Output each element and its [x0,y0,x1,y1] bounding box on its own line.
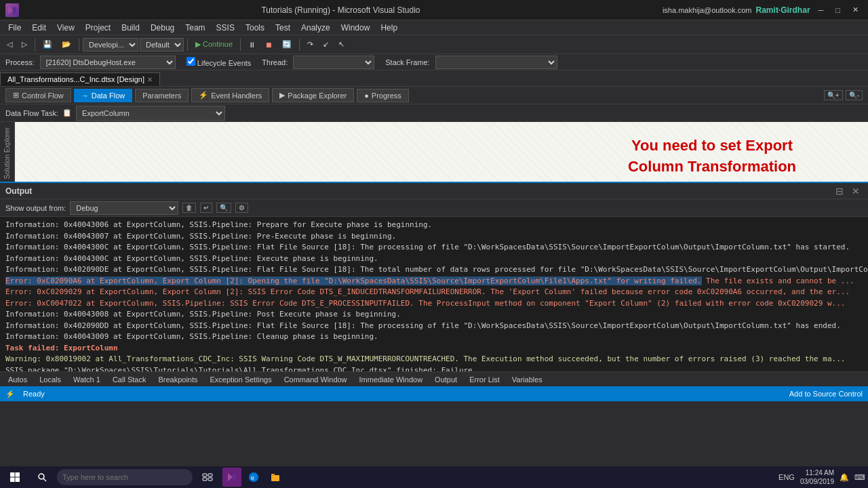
svg-rect-23 [208,478,212,481]
toolbar-restart[interactable]: 🔄 [278,39,296,50]
status-right: Add to Source Control [789,390,863,398]
taskbar-task-view[interactable] [195,468,220,487]
svg-rect-16 [10,478,15,483]
tab-event-handlers[interactable]: ⚡ Event Handlers [191,88,269,102]
toolbar-continue[interactable]: ▶ Continue [191,39,237,50]
stack-frame-select[interactable] [435,56,557,69]
menu-debug[interactable]: Debug [145,22,180,34]
toolbar-pause[interactable]: ⏸ [244,39,260,50]
tab-progress[interactable]: ● Progress [357,89,409,102]
menu-tools[interactable]: Tools [240,22,270,34]
status-left: ⚡ Ready [5,390,45,399]
taskbar-search[interactable] [30,468,54,487]
output-settings[interactable]: ⚙ [235,203,248,213]
toolbar-back[interactable]: ◁ [3,39,16,50]
solution-explorer-label[interactable]: Solution Explorer [2,125,12,182]
output-close[interactable]: ✕ [849,186,863,197]
wf-zoom-out[interactable]: 🔍- [846,90,863,100]
menu-test[interactable]: Test [270,22,296,34]
tab-data-flow[interactable]: → Data Flow [74,89,133,102]
data-flow-icon: → [81,92,89,100]
menu-team[interactable]: Team [180,22,210,34]
close-btn[interactable]: ✕ [848,5,863,14]
tab-error-list[interactable]: Error List [464,374,505,385]
tab-output[interactable]: Output [429,374,462,385]
output-clear[interactable]: 🗑 [182,203,196,213]
tab-parameters[interactable]: Parameters [135,89,189,102]
dft-icon: 📋 [62,108,72,117]
taskbar-windows[interactable] [3,468,27,487]
tab-variables[interactable]: Variables [507,374,548,385]
toolbar-step-out[interactable]: ↖ [334,39,349,50]
tab-watch1[interactable]: Watch 1 [68,374,106,385]
tab-locals[interactable]: Locals [34,374,66,385]
menu-ssis[interactable]: SSIS [211,22,240,34]
tab-autos[interactable]: Autos [3,374,33,385]
toolbar-step-into[interactable]: ↙ [319,39,333,50]
event-handlers-icon: ⚡ [199,91,208,100]
svg-rect-15 [16,472,20,477]
toolbar-forward[interactable]: ▷ [18,39,31,50]
tab-command-window[interactable]: Command Window [279,374,353,385]
toolbar-sep2 [79,39,79,51]
output-line-14: SSIS package "D:\WorkSpaces\SSIS\Tutoria… [5,365,863,372]
status-bar: ⚡ Ready Add to Source Control [0,386,868,401]
taskbar-notification[interactable]: 🔔 [840,473,849,482]
output-undock[interactable]: ⊟ [833,186,846,197]
toolbar-save[interactable]: 💾 [39,39,56,50]
svg-marker-1 [13,6,16,14]
vs-logo [5,3,19,17]
output-find[interactable]: 🔍 [216,203,231,213]
toolbar: ◁ ▷ 💾 📂 Developi... Default ▶ Continue ⏸… [0,35,868,54]
tab-immediate-window[interactable]: Immediate Window [354,374,429,385]
package-explorer-icon: ▶ [279,91,285,100]
svg-line-19 [43,479,46,481]
tab-control-flow[interactable]: ⊞ Control Flow [5,88,71,102]
svg-rect-21 [208,474,212,476]
wf-zoom-in[interactable]: 🔍+ [824,90,843,100]
maximize-btn[interactable]: □ [831,6,844,14]
menu-view[interactable]: View [52,22,80,34]
svg-rect-29 [271,474,275,476]
taskbar-keyboard[interactable]: ⌨ [854,473,865,482]
menu-window[interactable]: Window [336,22,376,34]
svg-marker-25 [233,473,236,481]
tab-call-stack[interactable]: Call Stack [107,374,152,385]
title-right: isha.makhija@outlook.com Ramit·Girdhar ─… [663,5,863,15]
dft-select[interactable]: ExportColumn [76,106,225,121]
taskbar: e ENG 11:24 AM 03/09/2019 🔔 ⌨ [0,466,868,488]
tab-package-explorer[interactable]: ▶ Package Explorer [272,88,354,102]
toolbar-stop[interactable]: ⏹ [261,39,277,50]
output-toolbar: Show output from: Debug 🗑 ↵ 🔍 ⚙ [0,199,868,217]
add-source-control[interactable]: Add to Source Control [789,390,863,398]
taskbar-explorer-icon[interactable] [266,468,285,487]
menu-help[interactable]: Help [375,22,403,34]
wf-tabs: ⊞ Control Flow → Data Flow Parameters ⚡ … [0,87,868,104]
process-select[interactable]: [21620] DtsDebugHost.exe [40,56,176,69]
main-tab[interactable]: All_Transformations...C_Inc.dtsx [Design… [0,73,160,86]
menu-analyze[interactable]: Analyze [296,22,336,34]
taskbar-search-input[interactable] [57,469,193,485]
menu-build[interactable]: Build [116,22,145,34]
menu-edit[interactable]: Edit [26,22,52,34]
thread-select[interactable] [293,56,374,69]
tab-breakpoints[interactable]: Breakpoints [153,374,203,385]
taskbar-edge-icon[interactable]: e [244,468,263,487]
toolbar-develop-dropdown[interactable]: Developi... [83,38,138,52]
minimize-btn[interactable]: ─ [814,6,828,14]
menu-project[interactable]: Project [80,22,116,34]
output-content[interactable]: Information: 0x40043006 at ExportColumn,… [0,217,868,371]
main-tab-close[interactable]: ✕ [147,76,153,83]
toolbar-step-over[interactable]: ↷ [303,39,317,50]
taskbar-vs-icon[interactable] [222,468,241,487]
taskbar-time: 11:24 AM 03/09/2019 [800,468,834,486]
menu-file[interactable]: File [3,22,26,34]
toolbar-config-dropdown[interactable]: Default [140,38,184,52]
lifecycle-check[interactable] [186,57,195,66]
output-word-wrap[interactable]: ↵ [200,203,212,213]
svg-point-18 [39,474,44,479]
toolbar-open[interactable]: 📂 [58,39,75,50]
output-source-select[interactable]: Debug [70,201,178,215]
svg-text:e: e [251,474,254,481]
tab-exception-settings[interactable]: Exception Settings [205,374,277,385]
